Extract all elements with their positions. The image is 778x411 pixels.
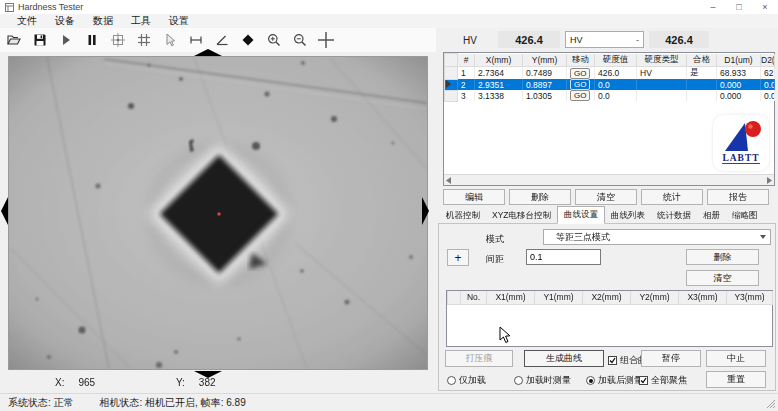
up-arrow-icon [194,49,222,57]
tab-curve-settings[interactable]: 曲线设置 [557,206,605,224]
hardness-type-label: HV [463,35,477,46]
col-d1[interactable]: D1(um) [717,54,761,67]
col-x2[interactable]: X2(mm) [583,291,631,304]
menu-device[interactable]: 设备 [46,14,84,28]
cursor-icon[interactable] [161,31,178,49]
load-only-label: 仅加载 [459,374,486,387]
tab-album[interactable]: 相册 [697,208,726,224]
coord-y-label: Y: [176,377,185,388]
go-button[interactable]: GO [570,90,590,101]
col-hardness[interactable]: 硬度值 [595,54,637,67]
camera-status: 相机状态: 相机已开启, 帧率: 6.89 [100,396,246,410]
col-y3[interactable]: Y3(mm) [727,291,773,304]
eraser-icon[interactable] [239,31,256,49]
delete-button[interactable]: 删除 [509,189,571,205]
mode-value: 等距三点模式 [556,231,610,244]
table-row-selected[interactable]: 22.93510.8897 GO 0.0 0.0000.00 [445,79,775,90]
menu-tools[interactable]: 工具 [122,14,160,28]
go-button[interactable]: GO [570,79,590,90]
row-selector-header [445,54,458,67]
menu-data[interactable]: 数据 [84,14,122,28]
open-icon[interactable] [5,31,22,49]
mode-select[interactable]: 等距三点模式 [543,229,771,245]
abort-button[interactable]: 中止 [706,350,766,367]
col-x3[interactable]: X3(mm) [679,291,727,304]
table-row[interactable]: 12.73640.7489 GO 426.0HV是 68.93362.9 [445,67,775,80]
target-icon[interactable] [109,31,126,49]
edit-button[interactable]: 编辑 [443,189,505,205]
col-num[interactable]: # [458,54,475,67]
app-icon [5,3,14,12]
labtt-logo: LABTT [713,115,769,171]
pause-icon[interactable] [83,31,100,49]
focus-all-checkbox[interactable]: 全部聚焦 [639,374,687,387]
window-title: Hardness Tester [18,2,83,12]
col-y2[interactable]: Y2(mm) [631,291,679,304]
report-button[interactable]: 报告 [707,189,769,205]
specimen-image [9,57,427,369]
tab-xyz-stage-control[interactable]: XYZ电移台控制 [486,208,557,224]
labtt-logo-text: LABTT [722,153,759,164]
maximize-button[interactable]: □ [726,2,752,12]
pause-button[interactable]: 暂停 [641,350,701,367]
dropdown-indicator: - [636,35,639,45]
table-hscrollbar[interactable] [444,174,774,185]
measure-during-load-label: 加载时测量 [526,374,571,387]
angle-icon[interactable] [213,31,230,49]
clear-button[interactable]: 清空 [575,189,637,205]
results-table-container: # X(mm) Y(mm) 移动 硬度值 硬度类型 合格 D1(um) D2( … [443,52,775,186]
measure-during-load-radio[interactable]: 加载时测量 [514,374,571,387]
col-type[interactable]: 硬度类型 [637,54,687,67]
curve-points-table-container: No. X1(mm) Y1(mm) X2(mm) Y2(mm) X3(mm) Y… [446,290,773,347]
col-x[interactable]: X(mm) [475,54,523,67]
reset-button[interactable]: 重置 [706,371,766,388]
focus-all-label: 全部聚焦 [651,374,687,387]
tab-thumbnail[interactable]: 缩略图 [726,208,764,224]
spacing-input[interactable] [526,249,601,265]
resize-grip[interactable] [767,400,776,409]
cursor-coordinates: X:965 Y:382 [55,377,216,388]
menu-bar: 文件 设备 数据 工具 设置 [0,14,778,28]
col-pass[interactable]: 合格 [687,54,717,67]
tab-machine-control[interactable]: 机器控制 [440,208,486,224]
tab-curve-list[interactable]: 曲线列表 [605,208,651,224]
curve-delete-button[interactable]: 删除 [686,249,759,265]
stage-left-button[interactable] [1,197,9,225]
col-d2[interactable]: D2( [761,54,775,67]
grid-icon[interactable] [135,31,152,49]
col-x1[interactable]: X1(mm) [487,291,535,304]
table-row[interactable]: 33.13381.0305 GO 0.0 0.0000.00 [445,90,775,101]
menu-settings[interactable]: 设置 [160,14,198,28]
coord-x-value: 965 [78,377,95,388]
minimize-button[interactable]: – [700,2,726,12]
col-move[interactable]: 移动 [567,54,595,67]
menu-file[interactable]: 文件 [8,14,46,28]
col-y[interactable]: Y(mm) [523,54,567,67]
stage-right-button[interactable] [421,197,429,225]
play-icon[interactable] [57,31,74,49]
measure-after-load-radio[interactable]: 加载后测量 [586,374,643,387]
close-button[interactable]: × [752,2,778,12]
crosshair-icon[interactable] [317,31,334,49]
go-button[interactable]: GO [570,68,590,79]
hardness-unit-select[interactable]: HV - [565,31,644,48]
scroll-left-icon [446,177,452,184]
camera-image-view[interactable] [8,56,428,370]
make-indent-button: 打压痕 [445,350,513,367]
save-icon[interactable] [31,31,48,49]
measure-after-load-label: 加载后测量 [598,374,643,387]
col-no[interactable]: No. [461,291,487,304]
stats-button[interactable]: 统计 [641,189,703,205]
zoom-in-icon[interactable] [265,31,282,49]
load-only-radio[interactable]: 仅加载 [447,374,486,387]
chevron-down-icon [760,235,766,239]
tab-statistics[interactable]: 统计数据 [651,208,697,224]
col-y1[interactable]: Y1(mm) [535,291,583,304]
check-icon [609,357,616,364]
generate-curve-button[interactable]: 生成曲线 [524,350,604,367]
add-point-button[interactable]: + [447,249,469,266]
zoom-out-icon[interactable] [291,31,308,49]
stage-up-button[interactable] [194,49,222,57]
curve-clear-button[interactable]: 清空 [686,270,759,286]
width-measure-icon[interactable] [187,31,204,49]
